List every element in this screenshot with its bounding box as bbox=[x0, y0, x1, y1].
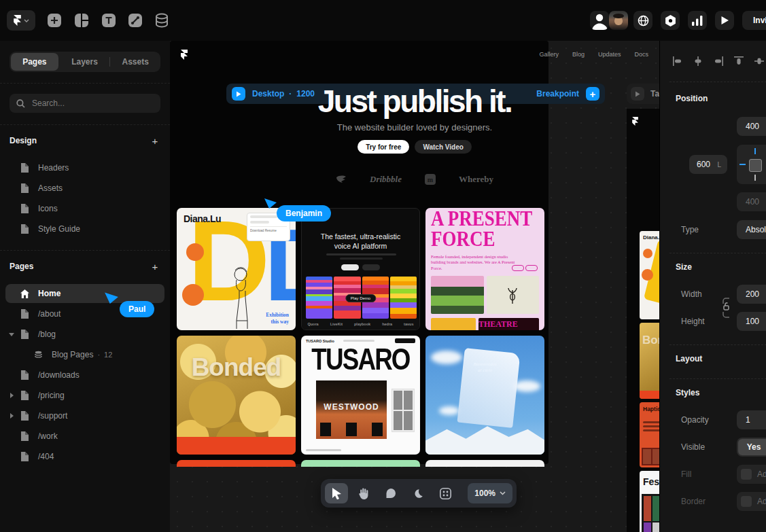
plugins-button[interactable] bbox=[434, 483, 457, 503]
settings-button[interactable] bbox=[661, 11, 680, 30]
sidebar-item-assets[interactable]: Assets bbox=[5, 179, 164, 198]
database-icon bbox=[155, 13, 169, 28]
person-icon bbox=[590, 11, 609, 30]
watch-video-button[interactable]: Watch Video bbox=[415, 140, 471, 154]
collaborator-avatar-photo[interactable] bbox=[609, 11, 628, 30]
globe-icon bbox=[638, 15, 649, 26]
insert-tool-button[interactable] bbox=[45, 11, 64, 30]
fill-checkbox[interactable] bbox=[741, 469, 752, 480]
paul-cursor-label: Paul bbox=[120, 301, 154, 317]
desktop-frame[interactable]: Gallery Blog Updates Docs Just publish i… bbox=[170, 41, 549, 464]
constrain-proportions-icon[interactable] bbox=[720, 296, 732, 319]
tablet-frame[interactable]: Diana.Lu Bonded Haptic Festival bbox=[627, 109, 659, 532]
gallery-card-bonded[interactable]: Bonded bbox=[177, 336, 296, 455]
try-for-free-button[interactable]: Try for free bbox=[358, 140, 409, 154]
tab-assets[interactable]: Assets bbox=[111, 53, 159, 71]
pages-section-header: Pages + bbox=[10, 260, 160, 272]
tab-layers-label: Layers bbox=[71, 57, 98, 67]
sidebar-item-pricing[interactable]: /pricing bbox=[5, 386, 164, 405]
cursor-icon bbox=[332, 488, 342, 499]
zoom-level: 100% bbox=[474, 489, 495, 498]
fill-control[interactable]: Add bbox=[737, 465, 766, 484]
sidebar-item-blog-pages[interactable]: Blog Pages · 12 bbox=[5, 345, 190, 364]
border-control[interactable]: Add bbox=[737, 492, 766, 511]
orange-circle bbox=[186, 243, 204, 261]
sidebar-item-icons[interactable]: Icons bbox=[5, 199, 164, 218]
anchor-left-tick bbox=[739, 164, 746, 165]
position-bottom-input[interactable]: 400 bbox=[737, 192, 766, 211]
sidebar-item-work[interactable]: /work bbox=[5, 427, 164, 446]
framer-menu-button[interactable] bbox=[7, 10, 35, 31]
align-center-horizontal-icon[interactable] bbox=[693, 56, 703, 67]
position-type-select[interactable]: Absolute bbox=[737, 220, 766, 239]
pan-tool-button[interactable] bbox=[352, 483, 375, 503]
collection-icon bbox=[34, 351, 43, 359]
width-input[interactable]: 200 bbox=[737, 285, 766, 304]
tab-layers[interactable]: Layers bbox=[61, 53, 109, 71]
position-anchor-widget[interactable] bbox=[737, 145, 766, 184]
visible-toggle-on[interactable]: Yes bbox=[738, 439, 766, 455]
corner-caption: Exhibition this way bbox=[266, 312, 289, 325]
bird-logo-icon bbox=[336, 175, 347, 184]
localization-button[interactable] bbox=[633, 11, 652, 30]
divider bbox=[669, 253, 766, 253]
collection-count: 12 bbox=[104, 351, 112, 359]
play-demo-button[interactable]: Play Demo bbox=[345, 294, 376, 302]
sidebar-item-label: /support bbox=[38, 411, 67, 421]
sidebar-item-label: /downloads bbox=[38, 370, 80, 380]
gallery-card-sky[interactable]: Bienvenidos al cielo bbox=[425, 336, 544, 455]
gallery-card-diana[interactable]: D D Diana.Lu Download Resume Exhibition … bbox=[177, 208, 296, 330]
whereby-logo: Whereby bbox=[459, 174, 493, 185]
analytics-button[interactable] bbox=[688, 11, 707, 30]
sidebar-item-headers[interactable]: Headers bbox=[5, 158, 164, 177]
anchor-bottom-tick bbox=[754, 175, 756, 181]
fashion-photo: WESTWOOD bbox=[316, 380, 387, 439]
gallery-card-tusaro[interactable]: TUSARO Studio TUSARO WESTWOOD bbox=[301, 336, 420, 455]
vector-tool-button[interactable] bbox=[126, 11, 145, 30]
align-right-icon[interactable] bbox=[713, 56, 724, 67]
align-top-icon[interactable] bbox=[733, 56, 744, 67]
position-top-input[interactable]: 400 bbox=[737, 117, 766, 136]
opacity-input[interactable]: 1 bbox=[737, 410, 766, 429]
divider bbox=[669, 378, 766, 379]
position-left-input[interactable]: 600 L bbox=[689, 155, 727, 174]
text-tool-button[interactable] bbox=[99, 11, 118, 30]
tab-pages[interactable]: Pages bbox=[11, 53, 58, 71]
design-canvas[interactable]: Desktop · 1200 Breakpoint + Tablet Galle… bbox=[170, 41, 659, 532]
tab-divider bbox=[109, 57, 110, 67]
site-nav-link[interactable]: Gallery bbox=[539, 51, 549, 58]
theme-toggle-button[interactable] bbox=[406, 483, 430, 503]
align-center-vertical-icon[interactable] bbox=[754, 56, 765, 67]
sidebar-item-style-guide[interactable]: Style Guide bbox=[5, 219, 164, 238]
zoom-control[interactable]: 100% bbox=[468, 483, 512, 503]
height-input[interactable]: 100 bbox=[737, 312, 766, 331]
sidebar-item-support[interactable]: /support bbox=[5, 406, 164, 425]
add-page-button[interactable]: + bbox=[150, 262, 160, 272]
layout-tool-button[interactable] bbox=[72, 11, 91, 30]
sidebar-item-home[interactable]: Home bbox=[5, 284, 164, 303]
search-box[interactable] bbox=[10, 94, 160, 113]
sidebar-item-404[interactable]: /404 bbox=[5, 447, 164, 466]
invite-button[interactable]: Invite bbox=[742, 11, 766, 30]
add-design-page-button[interactable]: + bbox=[150, 136, 160, 146]
gallery-card-voice-ai[interactable]: The fastest, ultra-realistic voice AI pl… bbox=[301, 208, 420, 330]
sidebar-item-downloads[interactable]: /downloads bbox=[5, 366, 164, 385]
orange-circle bbox=[182, 284, 204, 306]
chevron-down-icon[interactable] bbox=[5, 333, 18, 336]
gallery-card-present-force[interactable]: A PRESENT FORCE Female founded, independ… bbox=[425, 208, 544, 330]
collaborator-avatar[interactable] bbox=[590, 11, 609, 30]
align-left-icon[interactable] bbox=[672, 56, 683, 67]
cms-tool-button[interactable] bbox=[152, 11, 171, 30]
visible-toggle[interactable]: Yes bbox=[737, 438, 766, 457]
anchor-box bbox=[749, 159, 762, 172]
select-tool-button[interactable] bbox=[325, 483, 348, 503]
comment-tool-button[interactable] bbox=[379, 483, 402, 503]
cloud bbox=[439, 406, 459, 415]
sidebar-item-blog[interactable]: /blog bbox=[5, 325, 164, 344]
chevron-right-icon[interactable] bbox=[5, 393, 18, 398]
border-checkbox[interactable] bbox=[741, 496, 752, 507]
preview-button[interactable] bbox=[715, 11, 734, 30]
chevron-right-icon[interactable] bbox=[5, 413, 18, 419]
search-input[interactable] bbox=[31, 98, 142, 109]
divider bbox=[669, 82, 766, 82]
